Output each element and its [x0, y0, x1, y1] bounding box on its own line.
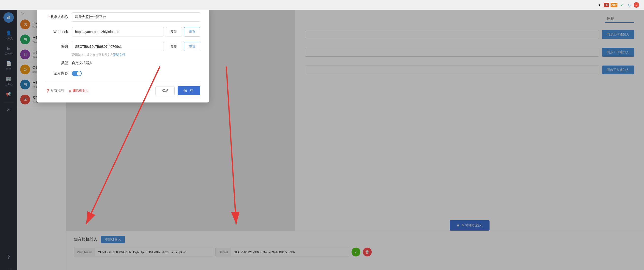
secret-hint: 密钥如上，签名方法请参考文档说明文档 [72, 53, 200, 57]
webhook-reset-button[interactable]: 重置 [184, 27, 200, 37]
webhook-input-group: 复制 重置 [72, 27, 200, 37]
help-link[interactable]: ❓ 配置说明 [46, 88, 64, 93]
delete-label: 删除机器人 [72, 88, 88, 93]
abp-icon[interactable]: ABP [610, 3, 618, 7]
footer-right: 取消 保 存 [156, 86, 200, 95]
footer-left: ❓ 配置说明 ⊗ 删除机器人 [46, 88, 88, 93]
save-button[interactable]: 保 存 [178, 86, 200, 95]
browser-bar: ★ FE ABP ✓ ◇ ∞ [0, 0, 644, 10]
bookmark-icon[interactable]: ★ [596, 2, 602, 8]
dialog-footer: ❓ 配置说明 ⊗ 删除机器人 取消 保 存 [46, 82, 200, 95]
help-label: 配置说明 [51, 88, 64, 93]
diamond-icon[interactable]: ◇ [626, 2, 632, 8]
display-row: 显示内容 [46, 71, 200, 76]
secret-copy-button[interactable]: 复制 [166, 42, 182, 51]
dialog-overlay: 机器人名称 Webhook 复制 重置 密钥 复制 重置 [0, 0, 644, 270]
webhook-copy-button[interactable]: 复制 [166, 27, 182, 37]
display-label: 显示内容 [46, 71, 68, 76]
secret-reset-button[interactable]: 重置 [184, 42, 200, 51]
webhook-label: Webhook [46, 30, 68, 34]
fe-icon[interactable]: FE [604, 3, 609, 7]
secret-label: 密钥 [46, 44, 68, 49]
type-row: 类型 自定义机器人 [46, 61, 200, 65]
robot-name-label: 机器人名称 [46, 15, 68, 19]
robot-name-input[interactable] [72, 12, 200, 22]
hint-link[interactable]: 说明文档 [113, 53, 125, 56]
help-icon: ❓ [46, 89, 50, 93]
check-icon[interactable]: ✓ [619, 2, 625, 8]
type-value: 自定义机器人 [72, 61, 92, 65]
display-switch[interactable] [72, 71, 82, 76]
webhook-row: Webhook 复制 重置 [46, 27, 200, 37]
secret-row: 密钥 复制 重置 [46, 42, 200, 51]
secret-input-group: 复制 重置 [72, 42, 200, 51]
cancel-button[interactable]: 取消 [156, 86, 175, 95]
infinity-icon[interactable]: ∞ [634, 2, 639, 8]
webhook-input[interactable] [72, 27, 164, 37]
delete-icon: ⊗ [69, 89, 71, 93]
robot-name-row: 机器人名称 [46, 12, 200, 22]
dialog-box: 机器人名称 Webhook 复制 重置 密钥 复制 重置 [37, 5, 209, 102]
delete-link[interactable]: ⊗ 删除机器人 [69, 88, 88, 93]
secret-input[interactable] [72, 42, 164, 51]
type-label: 类型 [46, 61, 68, 65]
